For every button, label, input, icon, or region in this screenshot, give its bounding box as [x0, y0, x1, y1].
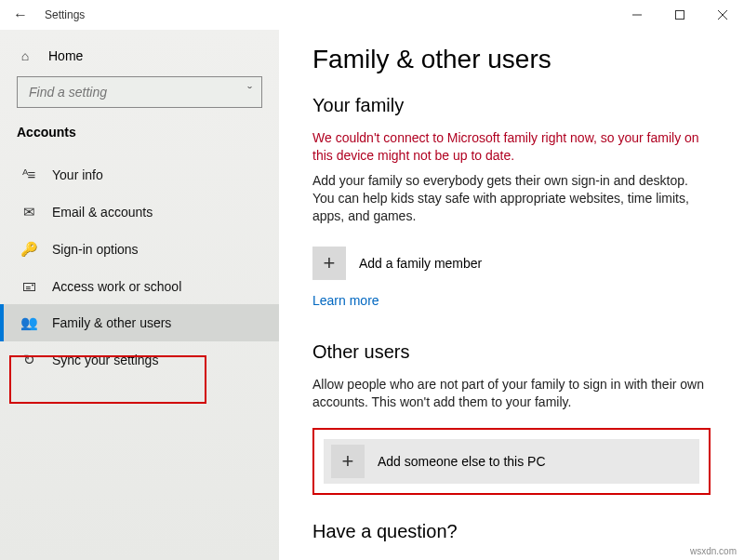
email-icon: ✉: [20, 204, 37, 220]
family-body-text: Add your family so everybody gets their …: [312, 172, 711, 225]
section-label: Accounts: [17, 125, 262, 140]
window-title: Settings: [41, 8, 616, 21]
home-icon: ⌂: [17, 48, 33, 63]
sidebar-item-sync-your-settings[interactable]: ↻Sync your settings: [17, 341, 262, 379]
close-icon: [718, 10, 727, 20]
watermark: wsxdn.com: [690, 546, 737, 556]
sidebar-item-label: Email & accounts: [52, 205, 153, 220]
maximize-icon: [675, 10, 684, 20]
plus-icon: +: [312, 247, 346, 280]
sidebar-item-your-info[interactable]: ᴬ≡Your info: [17, 156, 262, 193]
svg-rect-1: [676, 11, 684, 20]
search-icon: ˇ: [247, 85, 252, 100]
user-icon: ᴬ≡: [20, 167, 37, 183]
search-box[interactable]: ˇ: [17, 76, 262, 108]
key-icon: 🔑: [20, 241, 37, 258]
add-someone-button[interactable]: + Add someone else to this PC: [324, 439, 699, 484]
highlight-add-someone: + Add someone else to this PC: [312, 428, 711, 495]
home-label: Home: [48, 48, 83, 63]
minimize-button[interactable]: [616, 0, 658, 30]
family-error-text: We couldn't connect to Microsoft family …: [312, 129, 711, 165]
home-nav[interactable]: ⌂ Home: [17, 39, 262, 76]
sync-icon: ↻: [20, 352, 37, 368]
content-area: Family & other users Your family We coul…: [279, 30, 744, 560]
sidebar-item-access-work-or-school[interactable]: 🖃Access work or school: [17, 268, 262, 304]
learn-more-link[interactable]: Learn more: [312, 293, 379, 308]
your-family-heading: Your family: [312, 95, 711, 116]
other-users-body: Allow people who are not part of your fa…: [312, 376, 711, 411]
maximize-button[interactable]: [658, 0, 701, 30]
nav-list: ᴬ≡Your info✉Email & accounts🔑Sign-in opt…: [17, 156, 262, 379]
window-controls: [616, 0, 744, 30]
sidebar-item-label: Sync your settings: [52, 353, 158, 367]
have-question-heading: Have a question?: [312, 521, 711, 542]
family-icon: 👥: [20, 314, 37, 331]
titlebar: ← Settings: [0, 0, 744, 30]
sidebar-item-email-accounts[interactable]: ✉Email & accounts: [17, 193, 262, 231]
sidebar-item-sign-in-options[interactable]: 🔑Sign-in options: [17, 231, 262, 268]
close-button[interactable]: [701, 0, 744, 30]
minimize-icon: [632, 10, 642, 20]
briefcase-icon: 🖃: [20, 278, 37, 294]
sidebar-item-family-other-users[interactable]: 👥Family & other users: [0, 304, 279, 341]
sidebar: ⌂ Home ˇ Accounts ᴬ≡Your info✉Email & ac…: [0, 30, 279, 560]
add-someone-label: Add someone else to this PC: [378, 454, 546, 469]
sidebar-item-label: Family & other users: [52, 315, 171, 330]
sidebar-item-label: Your info: [52, 167, 103, 182]
plus-icon: +: [331, 445, 365, 478]
sidebar-item-label: Sign-in options: [52, 242, 139, 257]
other-users-heading: Other users: [312, 341, 711, 363]
page-title: Family & other users: [312, 45, 711, 74]
sidebar-item-label: Access work or school: [52, 279, 181, 294]
add-family-label: Add a family member: [359, 256, 482, 271]
search-input[interactable]: [27, 84, 247, 100]
back-button[interactable]: ←: [0, 7, 41, 23]
add-family-member-button[interactable]: + Add a family member: [312, 241, 711, 286]
